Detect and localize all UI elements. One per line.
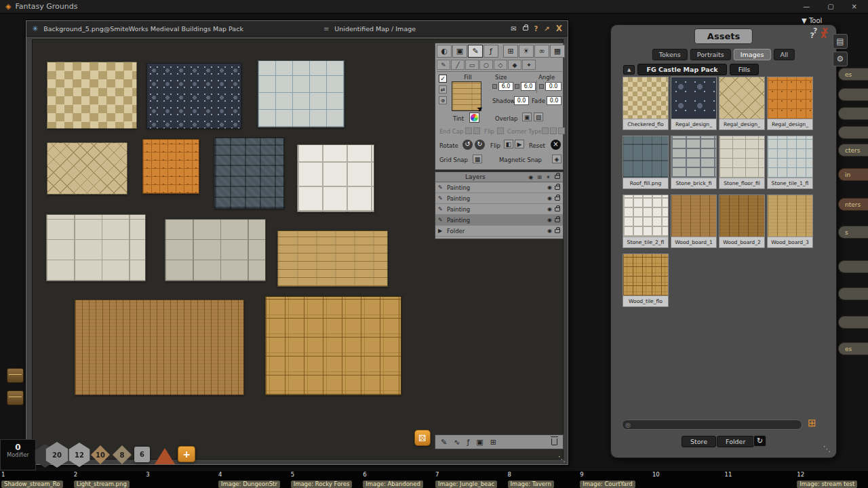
lock-icon[interactable] [523, 26, 528, 30]
asset-item[interactable]: Regal_design_ [719, 77, 765, 130]
tint-color-picker[interactable] [469, 113, 479, 123]
assets-resize-handle[interactable]: ⋱ [823, 445, 831, 453]
share-icon[interactable]: ✉ [511, 25, 516, 33]
sidebar-button[interactable] [838, 126, 868, 139]
layer-visibility-icon[interactable]: ◉ [547, 184, 552, 190]
hotkey-label[interactable]: Image: CourtYard [580, 481, 635, 488]
grid-view-icon[interactable]: ⊞ [808, 417, 816, 429]
sidebar-button[interactable] [838, 88, 868, 101]
draw-polygon-icon[interactable]: ◇ [494, 60, 507, 70]
die-d10[interactable]: 10 [91, 445, 110, 464]
layer-visibility-icon[interactable]: ◉ [547, 206, 552, 212]
layer-visibility-icon[interactable]: ◉ [547, 228, 552, 234]
tool-brush-icon[interactable]: ✎ [468, 45, 483, 58]
delete-layer-icon[interactable] [551, 439, 557, 445]
sidebar-button[interactable]: s [838, 226, 868, 239]
draw-pencil-icon[interactable]: ✎ [437, 60, 450, 70]
draw-rect-icon[interactable]: ▭ [465, 60, 479, 70]
dice-tower-button[interactable]: ⚄ [414, 430, 431, 446]
hotkey-slot[interactable]: 12 Image: stream test [795, 471, 868, 488]
maximize-button[interactable]: ▢ [827, 3, 833, 10]
folder-button[interactable]: Folder [717, 436, 754, 447]
tool-sphere-icon[interactable]: ◐ [437, 45, 452, 58]
sidebar-button[interactable]: cters [838, 144, 868, 157]
asset-item[interactable]: Wood_board_2 [719, 195, 765, 248]
draw-circle-icon[interactable]: ○ [479, 60, 493, 70]
flip-horizontal-button[interactable]: ◧ [504, 140, 513, 148]
modifier-box[interactable]: 0 Modifier [0, 439, 36, 470]
tool-dropdown[interactable]: ▼ Tool [802, 17, 822, 24]
asset-item[interactable]: Checkered_flo [623, 77, 669, 130]
sidebar-button[interactable]: es [838, 68, 868, 81]
map-tab-background[interactable]: Background_5.png@SmiteWorks Medieval Bui… [43, 25, 243, 33]
canvas-texture-regal-beige[interactable] [47, 142, 127, 195]
hotkey-slot[interactable]: 9 Image: CourtYard [578, 471, 651, 488]
fade-input[interactable]: 0.0 [547, 96, 561, 105]
canvas-texture-stone-floor-gray[interactable] [165, 219, 266, 281]
asset-item[interactable]: Regal_design_ [767, 77, 813, 130]
hotkey-slot[interactable]: 6 Image: Abandoned [361, 471, 434, 488]
breadcrumb-up-button[interactable]: ▲ [623, 65, 635, 75]
layer-row[interactable]: ✎ Painting ◉ [435, 215, 563, 226]
hotkey-label[interactable]: Image: Tavern [508, 481, 554, 488]
hotkey-label[interactable]: Image: Abandoned [363, 481, 423, 488]
popout-icon[interactable]: ↗ [544, 25, 549, 33]
size-x-input[interactable]: 6.0 [498, 82, 513, 91]
hotkey-slot[interactable]: 4 Image: DungeonStr [217, 471, 290, 488]
add-fx-layer-button[interactable]: ƒ [467, 438, 469, 447]
draw-line-icon[interactable]: ╱ [451, 60, 465, 70]
layers-light-icon[interactable]: ☀ [546, 174, 551, 180]
sidebar-button[interactable] [838, 260, 868, 273]
store-button[interactable]: Store [682, 436, 716, 447]
rotate-ccw-button[interactable]: ↺ [462, 140, 473, 150]
add-die-button[interactable]: + [178, 446, 195, 462]
sidebar-button[interactable] [838, 316, 868, 329]
hotkey-slot[interactable]: 1 Shadow_stream_Ro [0, 471, 73, 488]
tool-select-icon[interactable]: ▣ [452, 45, 467, 58]
canvas-texture-wood-boards-h[interactable] [277, 230, 388, 287]
asset-item[interactable]: Wood_tile_flo [623, 253, 669, 307]
map-window-titlebar[interactable]: ✳ Background_5.png@SmiteWorks Medieval B… [26, 21, 568, 37]
overlap-mode-1-button[interactable]: ▣ [522, 113, 532, 121]
canvas-texture-stone-tile-1[interactable] [258, 60, 344, 127]
asset-item[interactable]: Wood_board_1 [671, 195, 717, 248]
tool-link-icon[interactable]: ∞ [534, 45, 549, 58]
fill-link-icon[interactable]: ⊕ [439, 96, 447, 104]
asset-item[interactable]: Wood_board_3 [767, 195, 813, 248]
hotkey-slot[interactable]: 5 Image: Rocky Fores [290, 471, 362, 488]
draw-fill-icon[interactable]: ◆ [508, 60, 521, 70]
shadow-input[interactable]: 0.0 [514, 96, 529, 105]
layer-row[interactable]: ✎ Painting ◉ [435, 182, 563, 193]
hotkey-slot[interactable]: 10 [651, 471, 724, 488]
sidebar-button[interactable] [838, 107, 868, 120]
hotkey-label[interactable]: Light_stream.png [74, 481, 130, 488]
layer-visibility-icon[interactable]: ◉ [547, 195, 552, 201]
hotkey-label[interactable]: Image: stream test [797, 481, 857, 488]
asset-item[interactable]: Roof_fill.png [623, 136, 669, 189]
tool-fx-icon[interactable]: ƒ [484, 45, 498, 58]
assets-tab[interactable]: All [773, 49, 795, 60]
close-window-button[interactable]: × [852, 3, 857, 10]
drag-grip-icon[interactable]: ≡ [323, 25, 329, 33]
help-icon[interactable]: ? [534, 25, 538, 33]
canvas-texture-wood-tile[interactable] [265, 296, 401, 395]
die-d6[interactable]: 6 [134, 447, 150, 462]
fill-swap-icon[interactable]: ⇄ [439, 85, 447, 94]
tool-light-icon[interactable]: ☀ [519, 45, 534, 58]
tool-grid-icon[interactable]: ⊞ [503, 45, 518, 58]
sidebar-button[interactable] [838, 287, 868, 300]
hotkey-slot[interactable]: 8 Image: Tavern [507, 471, 579, 488]
pin-icon[interactable]: ✳ [32, 24, 38, 33]
assets-search-input[interactable]: ◎ [622, 420, 802, 430]
sidebar-button[interactable]: es [838, 342, 868, 355]
grid-snap-toggle[interactable]: ▦ [473, 155, 482, 163]
asset-item[interactable]: Stone_brick_fi [671, 136, 717, 189]
layers-lock-icon[interactable] [555, 175, 560, 179]
hotkey-label[interactable]: Shadow_stream_Ro [1, 481, 63, 488]
rotate-cw-button[interactable]: ↻ [475, 140, 485, 150]
layer-row[interactable]: ▶ Folder ◉ [435, 226, 563, 237]
breadcrumb-chip[interactable]: Fills [730, 64, 760, 75]
hotkey-slot[interactable]: 2 Light_stream.png [73, 471, 145, 488]
close-map-button[interactable]: X [556, 24, 562, 33]
layer-row[interactable]: ✎ Painting ◉ [435, 193, 563, 204]
